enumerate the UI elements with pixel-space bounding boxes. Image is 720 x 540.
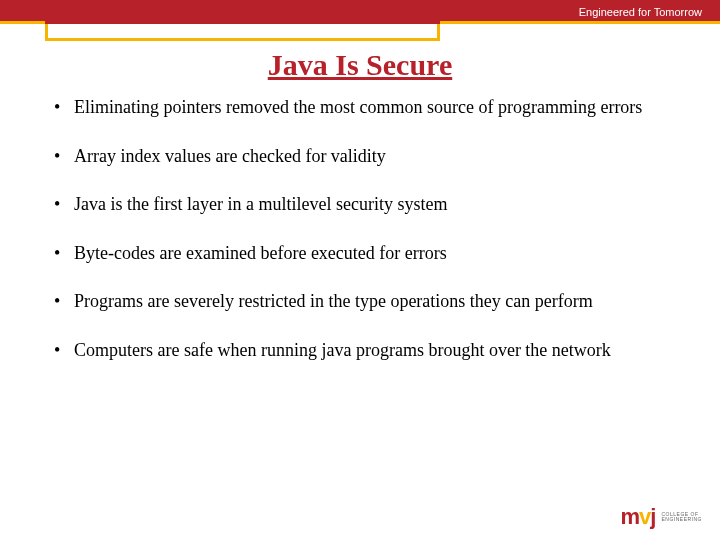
accent-line-right [440, 21, 720, 24]
accent-box [45, 24, 440, 41]
list-item: Java is the first layer in a multilevel … [54, 193, 674, 216]
logo-letter-m: m [621, 504, 640, 529]
list-item: Programs are severely restricted in the … [54, 290, 674, 313]
logo-sub-line2: ENGINEERING [661, 517, 702, 523]
page-title: Java Is Secure [0, 48, 720, 82]
logo-subtext: COLLEGE OF ENGINEERING [661, 512, 702, 523]
logo-letter-v: v [639, 504, 650, 529]
list-item: Array index values are checked for valid… [54, 145, 674, 168]
logo-letter-j: j [650, 504, 655, 529]
list-item: Byte-codes are examined before executed … [54, 242, 674, 265]
slide: Engineered for Tomorrow Java Is Secure E… [0, 0, 720, 540]
bullet-list: Eliminating pointers removed the most co… [54, 96, 674, 361]
list-item: Computers are safe when running java pro… [54, 339, 674, 362]
logo-mark: mvj [621, 504, 656, 530]
logo: mvj COLLEGE OF ENGINEERING [621, 504, 702, 530]
list-item: Eliminating pointers removed the most co… [54, 96, 674, 119]
accent-line-left [0, 21, 45, 24]
content-area: Eliminating pointers removed the most co… [54, 96, 674, 387]
